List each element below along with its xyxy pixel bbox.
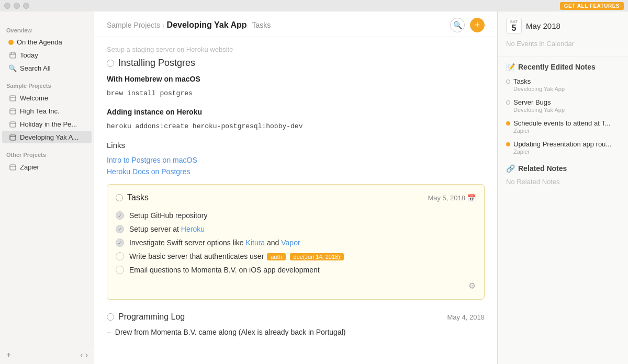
recent-note-server-bugs[interactable]: Server Bugs Developing Yak App xyxy=(498,95,628,116)
task-title-icon xyxy=(116,194,123,201)
task-item-1: ✓ Setup GitHub repository xyxy=(116,209,476,222)
recent-note-tasks[interactable]: Tasks Developing Yak App xyxy=(498,74,628,95)
search-button[interactable]: 🔍 xyxy=(450,18,465,32)
task-card-date: May 5, 2018 📅 xyxy=(428,194,476,202)
forward-icon[interactable]: › xyxy=(85,350,88,360)
minimize-dot[interactable] xyxy=(14,3,20,9)
tag-due: due(Jun 14, 2018) xyxy=(290,253,344,260)
sidebar-nav-arrows[interactable]: ‹ › xyxy=(80,350,88,360)
related-notes-header: 🔗 Related Notes xyxy=(498,158,628,176)
links-heading: Links xyxy=(107,141,485,150)
get-all-features-button[interactable]: GET ALL FEATURES xyxy=(560,2,624,10)
task-checkbox-5[interactable] xyxy=(116,266,124,274)
recent-note-schedule[interactable]: Schedule events to attend at T... Zapier xyxy=(498,116,628,137)
sidebar-item-welcome-label: Welcome xyxy=(20,94,48,102)
task-card-header: Tasks May 5, 2018 📅 xyxy=(116,193,476,202)
other-projects-section-label: Other Projects xyxy=(0,147,94,160)
prog-log-title: Programming Log xyxy=(118,312,185,322)
breadcrumb-parent: Sample Projects xyxy=(107,21,160,29)
task-item-4: Write basic server that authenticates us… xyxy=(116,249,476,263)
overview-section-label: Overview xyxy=(0,23,94,36)
link-postgres-macos[interactable]: Intro to Postgres on macOS xyxy=(107,156,485,164)
task-card-title: Tasks xyxy=(116,193,149,202)
heroku-link[interactable]: Heroku xyxy=(181,225,205,233)
sample-projects-section-label: Sample Projects xyxy=(0,78,94,91)
svg-rect-8 xyxy=(10,122,16,127)
related-notes-icon: 🔗 xyxy=(506,164,515,173)
sidebar-item-developing-label: Developing Yak A... xyxy=(20,133,78,141)
installing-postgres-heading: Installing Postgres xyxy=(107,58,485,69)
task-settings-icon[interactable]: ⚙ xyxy=(468,281,476,291)
task-1-text: Setup GitHub repository xyxy=(129,211,207,220)
svg-rect-4 xyxy=(10,96,16,101)
recent-note-schedule-title: Schedule events to attend at T... xyxy=(506,119,620,127)
heroku-code: heroku addons:create heroku-postgresql:h… xyxy=(107,120,485,132)
checkmark-icon-2: ✓ xyxy=(118,226,122,232)
recently-edited-label: Recently Edited Notes xyxy=(518,63,596,71)
breadcrumb: Sample Projects › Developing Yak App Tas… xyxy=(107,20,271,30)
breadcrumb-tasks: Tasks xyxy=(252,21,271,29)
holiday-icon xyxy=(8,120,17,128)
brew-code: brew install postgres xyxy=(107,87,485,99)
task-checkbox-1[interactable]: ✓ xyxy=(116,211,124,220)
sidebar-item-search-all[interactable]: 🔍 Search All xyxy=(2,62,92,74)
recent-note-server-bugs-sub: Developing Yak App xyxy=(506,107,620,113)
task-checkbox-2[interactable]: ✓ xyxy=(116,225,124,233)
prog-entry-text: Drew from Momenta B.V. came along (Alex … xyxy=(115,328,346,336)
tag-auth: auth xyxy=(267,253,285,260)
search-icon: 🔍 xyxy=(453,21,462,29)
task-item-2: ✓ Setup server at Heroku xyxy=(116,222,476,236)
sidebar-item-on-the-agenda[interactable]: On the Agenda xyxy=(2,36,92,48)
right-panel: SAT 5 May 2018 No Events in Calendar 📝 R… xyxy=(497,0,628,364)
main-header: Sample Projects › Developing Yak App Tas… xyxy=(94,12,497,37)
calendar-month-year: May 2018 xyxy=(526,21,560,30)
faded-header-title: Setup a staging server on Heroku website xyxy=(107,46,485,53)
task-3-text: Investigate Swift server options like Ki… xyxy=(129,238,300,247)
recent-note-tasks-icon xyxy=(506,79,510,84)
high-tea-icon xyxy=(8,107,17,115)
sidebar-bottom-bar: + ‹ › xyxy=(0,346,94,364)
task-date-label: May 5, 2018 xyxy=(428,194,465,202)
main-content: Sample Projects › Developing Yak App Tas… xyxy=(94,0,497,364)
calendar-icon: 📅 xyxy=(467,194,476,202)
close-dot[interactable] xyxy=(4,3,10,9)
links-list: Intro to Postgres on macOS Heroku Docs o… xyxy=(107,156,485,176)
kitura-link[interactable]: Kitura xyxy=(246,238,265,247)
task-card: Tasks May 5, 2018 📅 ✓ Setup GitHub repos… xyxy=(107,184,485,300)
sidebar-item-search-label: Search All xyxy=(20,64,51,72)
back-icon[interactable]: ‹ xyxy=(80,350,83,360)
sidebar-item-holiday-label: Holiday in the Pe... xyxy=(20,120,77,128)
window-controls[interactable] xyxy=(4,3,29,9)
add-note-icon[interactable]: + xyxy=(6,350,11,360)
sidebar-item-today[interactable]: Today xyxy=(2,49,92,61)
search-icon: 🔍 xyxy=(8,64,17,72)
task-checkbox-3[interactable]: ✓ xyxy=(116,238,124,247)
sidebar-item-holiday[interactable]: Holiday in the Pe... xyxy=(2,118,92,130)
link-heroku-docs[interactable]: Heroku Docs on Postgres xyxy=(107,167,485,176)
task-checkbox-4[interactable] xyxy=(116,252,124,260)
recent-note-updating[interactable]: Updating Presentation app rou... Zapier xyxy=(498,137,628,158)
add-button[interactable]: + xyxy=(470,18,485,32)
prog-log-circle-icon xyxy=(107,313,114,321)
sidebar-item-zapier-label: Zapier xyxy=(20,163,39,171)
checkmark-icon-1: ✓ xyxy=(118,213,122,219)
calendar-date-box: SAT 5 xyxy=(506,18,522,33)
sidebar-item-zapier[interactable]: Zapier xyxy=(2,161,92,173)
task-4-text: Write basic server that authenticates us… xyxy=(129,252,345,260)
prog-entry-dash: – xyxy=(107,328,111,336)
maximize-dot[interactable] xyxy=(23,3,29,9)
recently-edited-header: 📝 Recently Edited Notes xyxy=(498,56,628,74)
recently-edited-icon: 📝 xyxy=(506,63,515,71)
sidebar-item-developing[interactable]: Developing Yak A... xyxy=(2,131,92,143)
sidebar-item-welcome[interactable]: Welcome xyxy=(2,92,92,104)
recent-note-updating-icon xyxy=(506,142,510,146)
calendar-day-number: 5 xyxy=(512,24,517,32)
plus-icon: + xyxy=(475,20,480,31)
vapor-link[interactable]: Vapor xyxy=(281,238,300,247)
sidebar-item-high-tea[interactable]: High Tea Inc. xyxy=(2,105,92,117)
heroku-heading: Adding instance on Heroku xyxy=(107,108,485,116)
svg-rect-10 xyxy=(10,135,16,140)
prog-log-entry: – Drew from Momenta B.V. came along (Ale… xyxy=(107,326,485,338)
recent-note-tasks-sub: Developing Yak App xyxy=(506,86,620,92)
task-5-text: Email questions to Momenta B.V. on iOS a… xyxy=(129,266,320,274)
